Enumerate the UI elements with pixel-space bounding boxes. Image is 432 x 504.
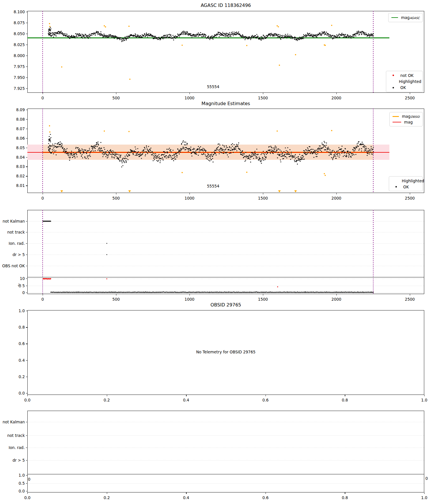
legend-row-mag-obsid: magOBSID: [393, 114, 420, 119]
plot1-marker-legend: not OK Highlighted OK: [386, 71, 423, 92]
red-line-swatch: [393, 122, 401, 122]
plot3-scatter-layer: [0, 0, 432, 504]
legend-label: magOBSID: [402, 114, 420, 119]
legend-label: Highlighted: [402, 179, 424, 183]
red-dot-swatch: [393, 75, 394, 76]
legend-label: OK: [403, 185, 409, 189]
legend-label: OK: [400, 85, 406, 90]
plot2-marker-legend: Highlighted OK: [389, 176, 423, 191]
figure: AGASC ID 118362496 magAGASC not OK Highl…: [0, 0, 432, 504]
black-dot-swatch: [395, 186, 397, 187]
legend-label: Highlighted: [399, 79, 421, 84]
legend-row-mag-agasc: magAGASC: [391, 15, 420, 20]
legend-row-highlighted: Highlighted: [389, 79, 420, 84]
legend-label: not OK: [400, 73, 414, 78]
legend-label: mag: [404, 120, 413, 124]
black-dot-swatch: [393, 87, 394, 88]
plot2-line-legend: magOBSID mag: [389, 112, 423, 126]
green-line-swatch: [391, 17, 398, 18]
legend-row-ok: OK: [389, 85, 420, 90]
legend-row-highlighted: Highlighted: [392, 179, 420, 183]
legend-label: magAGASC: [401, 15, 420, 20]
legend-row-mag: mag: [393, 120, 420, 124]
legend-row-ok: OK: [392, 185, 420, 189]
plot1-line-legend: magAGASC: [388, 13, 423, 22]
orange-line-swatch: [393, 116, 399, 117]
legend-row-not-ok: not OK: [389, 73, 420, 78]
